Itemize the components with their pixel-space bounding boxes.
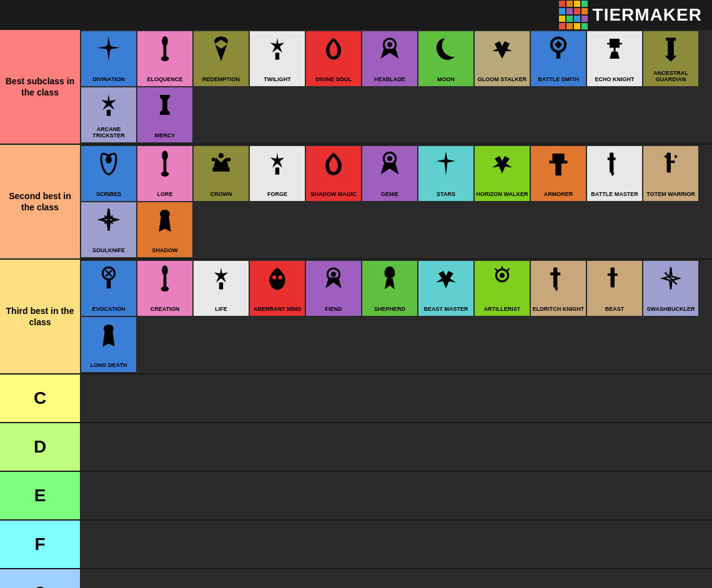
tier-row-e: E — [0, 472, 712, 521]
tier-content-second: SCRIBES LORE CROWN FORGE SHADOW MAGIC GE… — [80, 145, 712, 258]
item-redemption[interactable]: REDEMPTION — [194, 31, 249, 86]
svg-point-0 — [106, 45, 112, 51]
item-stars[interactable]: STARS — [418, 146, 473, 201]
svg-rect-34 — [219, 282, 223, 289]
svg-rect-10 — [666, 37, 676, 41]
svg-rect-26 — [608, 157, 616, 160]
svg-point-6 — [387, 42, 392, 47]
item-twilight[interactable]: TWILIGHT — [250, 31, 305, 86]
item-mercy[interactable]: MERCY — [137, 87, 192, 142]
item-eloquence[interactable]: ELOQUENCE — [137, 31, 192, 86]
svg-point-35 — [272, 275, 276, 279]
item-beast[interactable]: BEAST — [587, 261, 642, 316]
svg-point-23 — [387, 156, 392, 161]
svg-rect-44 — [608, 273, 618, 276]
svg-rect-24 — [555, 169, 561, 175]
svg-rect-43 — [611, 267, 615, 287]
item-long-death[interactable]: LONG DEATH — [81, 317, 136, 372]
svg-rect-25 — [610, 152, 613, 172]
item-crown[interactable]: CROWN — [194, 146, 249, 201]
tier-content-f — [80, 521, 712, 568]
item-battle-smith[interactable]: BATTLE SMITH — [531, 31, 586, 86]
svg-point-16 — [161, 172, 169, 177]
svg-rect-21 — [275, 167, 279, 174]
item-divine-soul[interactable]: DIVINE SOUL — [306, 31, 361, 86]
item-artillerist[interactable]: ARTILLERIST — [475, 261, 530, 316]
svg-point-1 — [162, 36, 168, 46]
tier-label-third: Third best in the class — [0, 260, 80, 373]
item-ancestral-guardian[interactable]: ANCESTRAL GUARDIAN — [643, 31, 698, 86]
item-genie[interactable]: GENIE — [362, 146, 417, 201]
item-echo-knight[interactable]: ECHO KNIGHT — [587, 31, 642, 86]
item-gloom-stalker[interactable]: GLOOM STALKER — [475, 31, 530, 86]
item-aberrant-mind[interactable]: ABERRANT MIND — [250, 261, 305, 316]
item-totem-warrior[interactable]: TOTEM WARRIOR — [643, 146, 698, 201]
tier-row-c: C — [0, 375, 712, 423]
item-shepherd[interactable]: SHEPHERD — [362, 261, 417, 316]
svg-rect-41 — [553, 267, 557, 287]
tier-label-q: ? — [0, 569, 80, 588]
svg-point-18 — [219, 153, 224, 158]
svg-point-13 — [162, 96, 167, 101]
svg-rect-4 — [275, 52, 279, 59]
svg-point-31 — [162, 265, 168, 275]
item-forge[interactable]: FORGE — [250, 146, 305, 201]
svg-rect-32 — [164, 275, 167, 288]
tier-label-second: Second best in the class — [0, 145, 80, 258]
tier-label-e: E — [0, 472, 80, 519]
logo-title: TIERMAKER — [593, 5, 702, 25]
item-moon[interactable]: MOON — [418, 31, 473, 86]
item-shadow[interactable]: SHADOW — [137, 202, 192, 257]
item-battle-master[interactable]: BATTLE MASTER — [587, 146, 642, 201]
tier-label-best: Best subclass in the class — [0, 30, 80, 144]
svg-point-20 — [227, 157, 230, 161]
tier-row-best: Best subclass in the class DIVINATION EL… — [0, 30, 712, 145]
svg-rect-12 — [107, 110, 111, 116]
item-arcane-trickster[interactable]: ARCANE TRICKSTER — [81, 87, 136, 142]
tier-content-q — [80, 569, 712, 588]
tier-list: Best subclass in the class DIVINATION EL… — [0, 30, 712, 588]
logo-grid — [559, 1, 588, 29]
tier-content-c — [80, 375, 712, 422]
tier-content-e — [80, 472, 712, 519]
item-armorer[interactable]: ARMORER — [531, 146, 586, 201]
header: TIERMAKER — [0, 0, 712, 30]
tier-label-f: F — [0, 521, 80, 568]
item-lore[interactable]: LORE — [137, 146, 192, 201]
svg-rect-8 — [556, 51, 560, 59]
item-swashbuckler[interactable]: SWASHBUCKLER — [643, 261, 698, 316]
svg-rect-11 — [668, 41, 674, 56]
tier-label-d: D — [0, 423, 80, 471]
item-fiend[interactable]: FIEND — [306, 261, 361, 316]
tier-row-f: F — [0, 521, 712, 569]
item-scribes[interactable]: SCRIBES — [81, 146, 136, 201]
svg-rect-28 — [667, 160, 675, 163]
item-horizon-walker[interactable]: HORIZON WALKER — [475, 146, 530, 201]
svg-point-40 — [500, 273, 505, 278]
item-beast-master[interactable]: BEAST MASTER — [418, 261, 473, 316]
tier-content-best: DIVINATION ELOQUENCE REDEMPTION TWILIGHT… — [80, 30, 712, 144]
item-eldritch-knight[interactable]: ELDRITCH KNIGHT — [531, 261, 586, 316]
item-creation[interactable]: CREATION — [137, 261, 192, 316]
svg-rect-17 — [212, 167, 229, 171]
tier-row-d: D — [0, 423, 712, 472]
svg-point-3 — [161, 56, 169, 61]
item-shadow-magic[interactable]: SHADOW MAGIC — [306, 146, 361, 201]
svg-rect-15 — [164, 160, 167, 173]
svg-rect-42 — [550, 272, 560, 275]
tiermaker-logo: TIERMAKER — [559, 1, 702, 29]
svg-line-45 — [665, 272, 676, 284]
tier-row-third: Third best in the class EVOCATION CREATI… — [0, 260, 712, 375]
item-evocation[interactable]: EVOCATION — [81, 261, 136, 316]
item-divination[interactable]: DIVINATION — [81, 31, 136, 86]
svg-rect-30 — [107, 280, 111, 288]
tier-label-c: C — [0, 375, 80, 422]
tier-row-q: ? — [0, 569, 712, 588]
svg-point-33 — [161, 287, 169, 292]
svg-point-36 — [279, 275, 282, 279]
item-hexblade[interactable]: HEXBLADE — [362, 31, 417, 86]
tier-content-third: EVOCATION CREATION LIFE ABERRANT MIND FI… — [80, 260, 712, 373]
item-life[interactable]: LIFE — [194, 261, 249, 316]
item-soulknife[interactable]: SOULKNIFE — [81, 202, 136, 257]
tier-content-d — [80, 423, 712, 471]
